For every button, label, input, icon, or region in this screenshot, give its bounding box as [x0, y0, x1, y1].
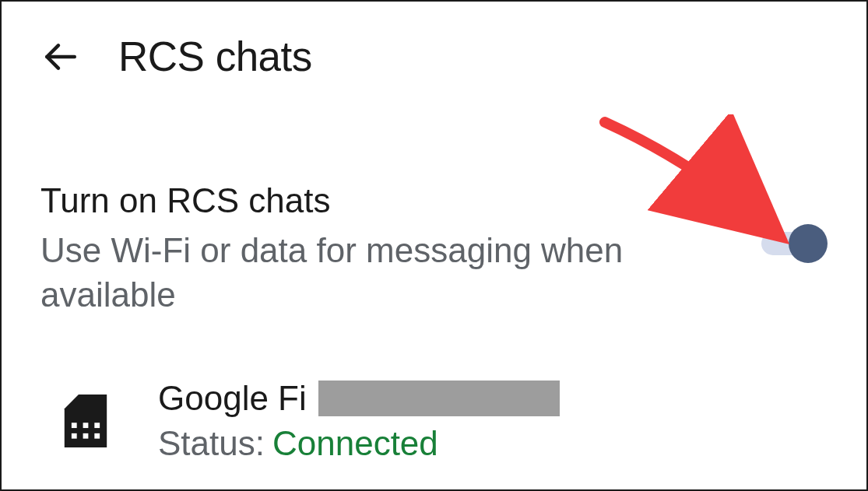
page-title: RCS chats — [118, 33, 312, 80]
svg-rect-4 — [72, 433, 77, 439]
sim-status-label: Status: — [158, 424, 265, 463]
svg-rect-2 — [83, 423, 89, 429]
svg-rect-5 — [83, 433, 89, 439]
sim-carrier-row: Google Fi — [158, 379, 828, 418]
sim-carrier: Google Fi — [158, 379, 307, 418]
svg-rect-3 — [94, 423, 100, 429]
setting-title: Turn on RCS chats — [40, 181, 730, 220]
toggle-thumb — [789, 224, 828, 263]
sim-text: Google Fi Status: Connected — [158, 379, 828, 463]
setting-text: Turn on RCS chats Use Wi-Fi or data for … — [40, 181, 761, 317]
svg-rect-6 — [94, 433, 100, 439]
sim-status: Status: Connected — [158, 424, 828, 463]
setting-subtitle: Use Wi-Fi or data for messaging when ava… — [40, 228, 730, 317]
redacted-block — [318, 381, 560, 416]
svg-rect-1 — [72, 423, 77, 429]
header: RCS chats — [2, 2, 866, 103]
rcs-toggle-setting[interactable]: Turn on RCS chats Use Wi-Fi or data for … — [2, 103, 866, 340]
rcs-toggle[interactable] — [761, 224, 820, 255]
back-arrow-icon[interactable] — [40, 37, 79, 76]
sim-card-icon — [64, 395, 107, 447]
sim-status-value: Connected — [272, 424, 438, 463]
sim-status-row[interactable]: Google Fi Status: Connected — [2, 340, 866, 486]
